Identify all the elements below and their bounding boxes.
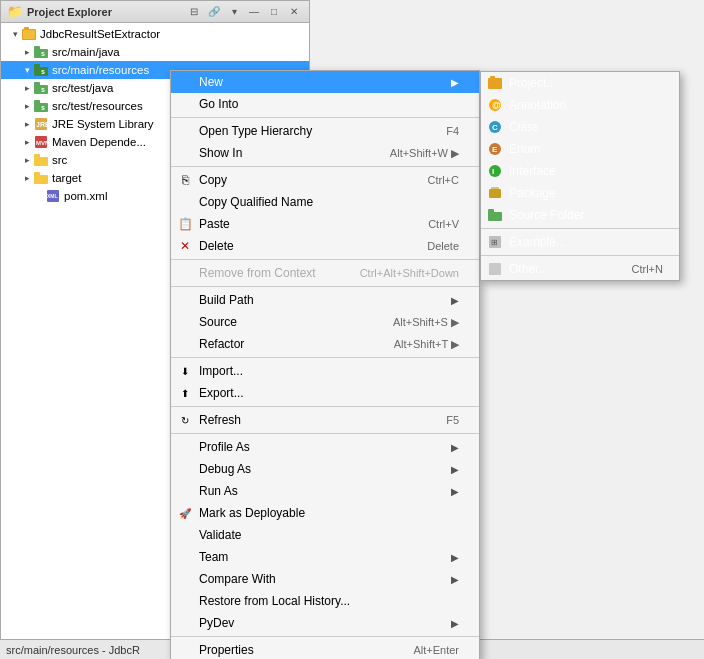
submenu-item-example[interactable]: ⊞ Example... — [481, 231, 679, 253]
svg-rect-36 — [491, 187, 499, 191]
menu-item-restore-history[interactable]: Restore from Local History... — [171, 590, 479, 612]
close-panel-button[interactable]: ✕ — [285, 3, 303, 21]
menu-item-team[interactable]: Team ▶ — [171, 546, 479, 568]
maven-icon: MVN — [33, 134, 49, 150]
menu-item-mark-deployable[interactable]: 🚀 Mark as Deployable — [171, 502, 479, 524]
submenu-arrow-icon: ▶ — [451, 618, 459, 629]
paste-icon: 📋 — [177, 216, 193, 232]
submenu-shortcut: Ctrl+N — [632, 263, 663, 275]
menu-shortcut: Ctrl+Alt+Shift+Down — [360, 267, 459, 279]
menu-item-copy[interactable]: ⎘ Copy Ctrl+C — [171, 169, 479, 191]
menu-item-paste[interactable]: 📋 Paste Ctrl+V — [171, 213, 479, 235]
expand-arrow[interactable] — [21, 46, 33, 58]
tree-node-label: JRE System Library — [52, 118, 154, 130]
menu-item-go-into[interactable]: Go Into — [171, 93, 479, 115]
menu-item-label: Paste — [199, 217, 408, 231]
menu-item-label: Go Into — [199, 97, 459, 111]
submenu-new: Project... @ Annotation — [480, 71, 680, 281]
refresh-icon: ↻ — [177, 412, 193, 428]
menu-item-properties[interactable]: Properties Alt+Enter — [171, 639, 479, 659]
expand-arrow[interactable] — [21, 154, 33, 166]
panel-title: Project Explorer — [27, 6, 181, 18]
svg-text:C: C — [492, 123, 498, 132]
submenu-item-label: Source Folder — [509, 208, 663, 222]
menu-item-run-as[interactable]: Run As ▶ — [171, 480, 479, 502]
submenu-item-project[interactable]: Project... — [481, 72, 679, 94]
maximize-button[interactable]: □ — [265, 3, 283, 21]
menu-item-copy-qualified[interactable]: Copy Qualified Name — [171, 191, 479, 213]
svg-text:s: s — [41, 50, 45, 57]
menu-item-label: Open Type Hierarchy — [199, 124, 426, 138]
menu-item-label: Copy Qualified Name — [199, 195, 459, 209]
menu-item-compare-with[interactable]: Compare With ▶ — [171, 568, 479, 590]
menu-item-label: Properties — [199, 643, 393, 657]
delete-icon: ✕ — [177, 238, 193, 254]
svg-text:XML: XML — [47, 193, 58, 199]
svg-rect-13 — [34, 100, 40, 104]
menu-item-delete[interactable]: ✕ Delete Delete — [171, 235, 479, 257]
collapse-all-button[interactable]: ⊟ — [185, 3, 203, 21]
menu-item-remove-context[interactable]: Remove from Context Ctrl+Alt+Shift+Down — [171, 262, 479, 284]
tree-item[interactable]: s src/main/java — [1, 43, 309, 61]
svg-rect-41 — [489, 263, 501, 275]
menu-item-label: Run As — [199, 484, 451, 498]
submenu-arrow-icon: ▶ — [451, 552, 459, 563]
src-folder-icon: s — [33, 98, 49, 114]
submenu-item-package[interactable]: Package — [481, 182, 679, 204]
menu-item-refactor[interactable]: Refactor Alt+Shift+T ▶ — [171, 333, 479, 355]
expand-arrow[interactable] — [21, 82, 33, 94]
menu-item-new[interactable]: New ▶ Project... — [171, 71, 479, 93]
submenu-item-interface[interactable]: I Interface — [481, 160, 679, 182]
menu-separator — [171, 636, 479, 637]
tree-item[interactable]: JdbcResultSetExtractor — [1, 25, 309, 43]
submenu-item-source-folder[interactable]: Source Folder — [481, 204, 679, 226]
menu-item-show-in[interactable]: Show In Alt+Shift+W ▶ — [171, 142, 479, 164]
expand-arrow[interactable] — [21, 64, 33, 76]
menu-separator — [171, 433, 479, 434]
expand-arrow[interactable] — [21, 136, 33, 148]
export-icon: ⬆ — [177, 385, 193, 401]
svg-point-33 — [489, 165, 501, 177]
submenu-arrow-icon: ▶ — [451, 574, 459, 585]
svg-text:s: s — [41, 68, 45, 75]
menu-item-profile-as[interactable]: Profile As ▶ — [171, 436, 479, 458]
submenu-item-other[interactable]: Other... Ctrl+N — [481, 258, 679, 280]
menu-item-debug-as[interactable]: Debug As ▶ — [171, 458, 479, 480]
submenu-arrow-icon: ▶ — [451, 486, 459, 497]
menu-item-label: Remove from Context — [199, 266, 340, 280]
submenu-item-annotation[interactable]: @ Annotation — [481, 94, 679, 116]
menu-item-open-type-hierarchy[interactable]: Open Type Hierarchy F4 — [171, 120, 479, 142]
menu-item-export[interactable]: ⬆ Export... — [171, 382, 479, 404]
menu-item-validate[interactable]: Validate — [171, 524, 479, 546]
tree-node-label: src/main/java — [52, 46, 120, 58]
submenu-item-label: Enum — [509, 142, 663, 156]
menu-item-label: Source — [199, 315, 373, 329]
minimize-button[interactable]: — — [245, 3, 263, 21]
submenu-item-label: Example... — [509, 235, 663, 249]
other-icon — [487, 261, 503, 277]
submenu-item-enum[interactable]: E Enum — [481, 138, 679, 160]
folder-icon — [33, 170, 49, 186]
package-icon — [487, 185, 503, 201]
menu-item-build-path[interactable]: Build Path ▶ — [171, 289, 479, 311]
tree-node-label: src/main/resources — [52, 64, 149, 76]
expand-arrow[interactable] — [21, 172, 33, 184]
expand-arrow[interactable] — [21, 118, 33, 130]
expand-arrow[interactable] — [21, 100, 33, 112]
menu-item-import[interactable]: ⬇ Import... — [171, 360, 479, 382]
link-button[interactable]: 🔗 — [205, 3, 223, 21]
submenu-item-class[interactable]: C Class — [481, 116, 679, 138]
tree-node-label: src/test/java — [52, 82, 113, 94]
toolbar-menu-button[interactable]: ▾ — [225, 3, 243, 21]
expand-arrow[interactable] — [9, 28, 21, 40]
panel-toolbar: ⊟ 🔗 ▾ — □ ✕ — [185, 3, 303, 21]
deploy-icon: 🚀 — [177, 505, 193, 521]
svg-rect-37 — [488, 212, 502, 221]
import-icon: ⬇ — [177, 363, 193, 379]
menu-item-source[interactable]: Source Alt+Shift+S ▶ — [171, 311, 479, 333]
svg-text:⊞: ⊞ — [491, 238, 498, 247]
menu-separator — [171, 166, 479, 167]
tree-node-label: target — [52, 172, 81, 184]
menu-item-pydev[interactable]: PyDev ▶ — [171, 612, 479, 634]
menu-item-refresh[interactable]: ↻ Refresh F5 — [171, 409, 479, 431]
